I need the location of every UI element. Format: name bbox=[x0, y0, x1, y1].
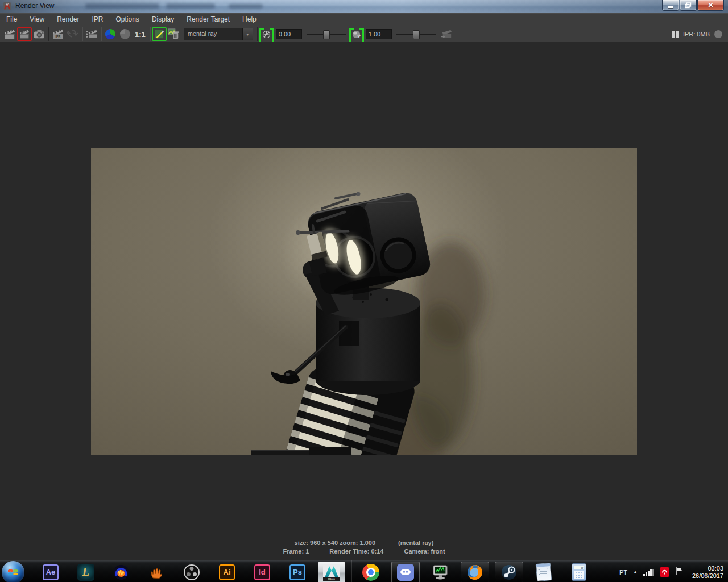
exposure-slider[interactable] bbox=[305, 27, 348, 41]
renderer-dropdown[interactable]: mental ray ▼ bbox=[184, 28, 253, 40]
status-frame: Frame: 1 bbox=[283, 548, 309, 555]
ipr-render-button[interactable]: IPR bbox=[51, 27, 65, 41]
taskbar-maya-button-active[interactable]: MAYA bbox=[318, 562, 345, 582]
render-viewport: size: 960 x 540 zoom: 1.000(mental ray) … bbox=[0, 42, 728, 560]
slider-handle[interactable] bbox=[413, 30, 420, 39]
snapshot-button[interactable] bbox=[32, 27, 47, 41]
gamma-field[interactable]: 1.00 bbox=[366, 29, 392, 39]
start-button[interactable] bbox=[2, 561, 24, 582]
after-effects-icon: Ae bbox=[43, 564, 59, 580]
keep-image-button[interactable] bbox=[152, 27, 167, 41]
taskbar-chrome-button[interactable] bbox=[356, 561, 386, 582]
photoshop-icon: Ps bbox=[289, 564, 305, 580]
show-hidden-icons-button[interactable]: ▲ bbox=[633, 569, 638, 575]
status-line-2: Frame: 1Render Time: 0:14Camera: front bbox=[0, 547, 728, 556]
toolbar-separator bbox=[257, 27, 258, 41]
toolbar-separator bbox=[48, 27, 49, 41]
render-region-button[interactable] bbox=[84, 27, 99, 41]
calculator-display: 0 bbox=[574, 566, 584, 569]
taskbar-illustrator-button[interactable]: Ai bbox=[212, 561, 242, 582]
exposure-toggle-button[interactable] bbox=[259, 28, 274, 40]
taskbar-separator bbox=[351, 560, 351, 582]
gamma-slider[interactable] bbox=[395, 27, 437, 41]
taskbar-audacity-button[interactable] bbox=[106, 561, 136, 582]
window-controls: ✕ bbox=[661, 0, 724, 11]
taskbar-indesign-button[interactable]: Id bbox=[247, 561, 277, 582]
titlebar-blur-artifact bbox=[166, 3, 215, 9]
taskbar-orange-hand-button[interactable] bbox=[142, 561, 171, 582]
menu-render-target[interactable]: Render Target bbox=[180, 14, 236, 26]
exposure-field[interactable]: 0.00 bbox=[276, 29, 302, 39]
orange-hand-icon bbox=[148, 564, 164, 580]
taskbar-discord-button[interactable] bbox=[391, 562, 420, 582]
green-bracket-icon bbox=[259, 28, 264, 44]
menu-options[interactable]: Options bbox=[110, 14, 146, 26]
maya-app-icon bbox=[3, 2, 12, 10]
taskbar-calculator-button[interactable]: 0 bbox=[564, 561, 594, 582]
titlebar-blur-artifact bbox=[85, 3, 159, 9]
taskbar-firefox-button[interactable] bbox=[461, 562, 489, 582]
window-title: Render View bbox=[15, 2, 54, 10]
titlebar[interactable]: Render View ✕ bbox=[0, 0, 728, 13]
redo-previous-render-button[interactable] bbox=[17, 27, 32, 41]
ps-glyph: Ps bbox=[293, 568, 302, 576]
menu-ipr[interactable]: IPR bbox=[86, 14, 110, 26]
network-icon[interactable] bbox=[643, 568, 654, 576]
close-button[interactable]: ✕ bbox=[697, 0, 724, 11]
display-real-size-button[interactable]: 1:1 bbox=[133, 30, 148, 39]
ipr-icon-label: IPR bbox=[55, 35, 60, 38]
refresh-ipr-button[interactable] bbox=[65, 27, 80, 41]
minimize-icon bbox=[668, 6, 673, 8]
minimize-button[interactable] bbox=[662, 0, 679, 11]
audacity-icon bbox=[113, 564, 130, 581]
menubar: File View Render IPR Options Display Ren… bbox=[0, 13, 728, 26]
status-line-1: size: 960 x 540 zoom: 1.000(mental ray) bbox=[0, 539, 728, 547]
slider-handle[interactable] bbox=[323, 30, 330, 39]
restore-button[interactable] bbox=[680, 0, 697, 11]
avira-antivirus-icon[interactable] bbox=[660, 567, 669, 577]
taskbar-task-manager-button[interactable] bbox=[425, 561, 455, 582]
snapshot-to-target-button[interactable] bbox=[439, 27, 454, 41]
clapperboard-arrow-icon bbox=[440, 28, 453, 40]
menu-view[interactable]: View bbox=[23, 14, 51, 26]
rendered-image[interactable] bbox=[91, 148, 637, 455]
gamma-icon-letter: Y bbox=[357, 34, 360, 39]
menu-help[interactable]: Help bbox=[236, 14, 263, 26]
menu-display[interactable]: Display bbox=[146, 14, 180, 26]
ae-glyph: Ae bbox=[46, 568, 56, 576]
discord-icon bbox=[397, 564, 414, 581]
taskbar-clock[interactable]: 03:03 26/06/2017 bbox=[689, 565, 723, 580]
action-center-flag-icon[interactable] bbox=[675, 567, 683, 577]
system-tray: PT ▲ 03:03 26/06/2017 bbox=[619, 565, 728, 580]
notepad-icon bbox=[536, 563, 552, 581]
render-button[interactable] bbox=[2, 27, 17, 41]
robot-render bbox=[91, 148, 637, 455]
render-clapperboard-icon bbox=[3, 28, 16, 40]
toolbar-separator bbox=[150, 27, 150, 41]
taskbar-steam-button[interactable] bbox=[495, 562, 523, 582]
id-glyph: Id bbox=[259, 568, 266, 576]
illustrator-icon: Ai bbox=[219, 564, 235, 580]
taskbar-notepad-button[interactable] bbox=[529, 561, 559, 582]
pause-icon[interactable] bbox=[672, 31, 679, 38]
taskbar-league-of-legends-button[interactable]: L bbox=[71, 561, 101, 582]
ipr-clapperboard-icon: IPR bbox=[52, 28, 64, 40]
refresh-icon bbox=[67, 28, 79, 40]
rgb-channels-button[interactable] bbox=[103, 27, 118, 41]
task-manager-icon bbox=[432, 564, 449, 581]
remove-image-button[interactable] bbox=[167, 27, 181, 41]
menu-file[interactable]: File bbox=[0, 14, 23, 26]
taskbar-obs-button[interactable] bbox=[177, 561, 206, 582]
ipr-indicator-icon bbox=[714, 30, 722, 38]
alpha-channel-button[interactable] bbox=[118, 27, 133, 41]
ai-glyph: Ai bbox=[224, 568, 231, 576]
toolbar: IPR bbox=[0, 26, 728, 42]
green-bracket-icon bbox=[349, 28, 354, 44]
menu-render[interactable]: Render bbox=[51, 14, 85, 26]
chrome-icon bbox=[362, 564, 379, 581]
chevron-down-icon[interactable]: ▼ bbox=[242, 28, 253, 40]
taskbar-photoshop-button[interactable]: Ps bbox=[283, 561, 312, 582]
gamma-toggle-button[interactable]: Y bbox=[349, 28, 364, 40]
taskbar-after-effects-button[interactable]: Ae bbox=[36, 561, 65, 582]
language-indicator[interactable]: PT bbox=[619, 569, 627, 576]
